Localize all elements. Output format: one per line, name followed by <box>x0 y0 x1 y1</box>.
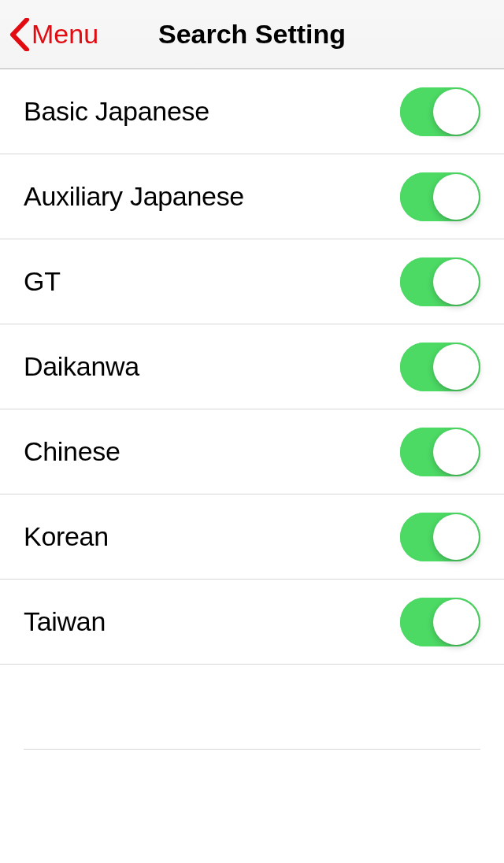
settings-list: Basic Japanese Auxiliary Japanese GT Dai… <box>0 69 504 750</box>
setting-label: Auxiliary Japanese <box>24 181 244 212</box>
navigation-bar: Menu Search Setting <box>0 0 504 69</box>
switch-knob <box>433 599 479 645</box>
empty-row-divider <box>24 665 480 750</box>
setting-label: Chinese <box>24 436 120 467</box>
switch-knob <box>433 259 479 305</box>
back-label: Menu <box>32 19 98 50</box>
setting-row-chinese: Chinese <box>0 409 504 494</box>
setting-row-auxiliary-japanese: Auxiliary Japanese <box>0 154 504 239</box>
setting-row-daikanwa: Daikanwa <box>0 324 504 409</box>
toggle-taiwan[interactable] <box>400 598 480 646</box>
setting-row-basic-japanese: Basic Japanese <box>0 69 504 154</box>
setting-label: Daikanwa <box>24 351 139 382</box>
setting-label: GT <box>24 266 61 297</box>
toggle-auxiliary-japanese[interactable] <box>400 172 480 221</box>
setting-label: Basic Japanese <box>24 96 209 127</box>
switch-knob <box>433 429 479 475</box>
toggle-basic-japanese[interactable] <box>400 87 480 136</box>
switch-knob <box>433 174 479 220</box>
setting-row-gt: GT <box>0 239 504 324</box>
switch-knob <box>433 89 479 135</box>
toggle-gt[interactable] <box>400 257 480 306</box>
setting-row-korean: Korean <box>0 494 504 580</box>
chevron-left-icon <box>9 18 30 51</box>
toggle-korean[interactable] <box>400 513 480 561</box>
setting-label: Korean <box>24 521 109 552</box>
back-button[interactable]: Menu <box>9 18 98 51</box>
switch-knob <box>433 514 479 560</box>
setting-row-taiwan: Taiwan <box>0 580 504 665</box>
toggle-daikanwa[interactable] <box>400 343 480 391</box>
toggle-chinese[interactable] <box>400 428 480 476</box>
switch-knob <box>433 344 479 390</box>
setting-label: Taiwan <box>24 606 106 637</box>
